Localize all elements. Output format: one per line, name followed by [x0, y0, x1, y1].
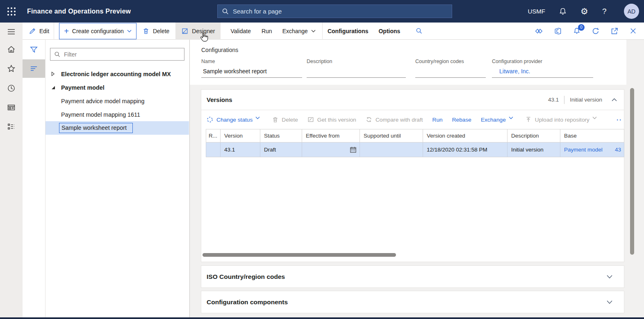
search-icon	[54, 51, 61, 58]
upload-into-repository-button[interactable]: Upload into repository	[525, 116, 599, 123]
change-status-button[interactable]: Change status	[207, 116, 262, 123]
compare-with-draft-button[interactable]: Compare with draft	[366, 116, 423, 123]
validate-button[interactable]: Validate	[230, 28, 251, 34]
version-row-selected[interactable]: 43.1 Draft 12/18/20	[206, 143, 624, 157]
tree-item-payment-model-mapping-1611[interactable]: Payment model mapping 1611	[46, 108, 189, 121]
iso-country-region-codes-section[interactable]: ISO Country/region codes	[201, 265, 624, 288]
create-configuration-button[interactable]: + Create configuration	[59, 23, 137, 39]
col-supported-until[interactable]: Supported until	[360, 129, 423, 143]
base-link[interactable]: Payment model	[564, 147, 603, 153]
description-cell[interactable]: Initial version	[507, 143, 560, 157]
col-record[interactable]: R...	[206, 129, 221, 143]
favorites-star-icon[interactable]	[7, 64, 16, 73]
configuration-components-section[interactable]: Configuration components	[201, 291, 624, 313]
vertical-scrollbar[interactable]	[630, 88, 634, 255]
recent-clock-icon[interactable]	[7, 84, 16, 93]
col-version-created[interactable]: Version created	[423, 129, 507, 143]
tree-filter-input[interactable]	[64, 51, 180, 58]
refresh-icon[interactable]	[592, 27, 600, 35]
tree-item-payment-model[interactable]: Payment model	[46, 81, 189, 94]
version-run-button[interactable]: Run	[432, 117, 443, 123]
version-exchange-button[interactable]: Exchange	[481, 116, 516, 123]
col-version[interactable]: Version	[221, 129, 260, 143]
main-content: Configurations Name Sample worksheet rep…	[190, 40, 644, 317]
tree-item-electronic-ledger[interactable]: Electronic ledger accounting model MX	[46, 67, 189, 81]
filter-funnel-icon[interactable]	[30, 45, 38, 54]
collapsed-arrow-icon[interactable]	[51, 72, 57, 76]
menu-icon[interactable]	[7, 27, 16, 36]
options-label: Options	[378, 28, 400, 34]
search-input[interactable]	[233, 8, 448, 15]
supported-until-cell[interactable]	[360, 143, 423, 157]
rebase-button[interactable]: Rebase	[452, 117, 471, 123]
chevron-down-icon[interactable]	[607, 300, 612, 304]
edit-button[interactable]: Edit	[29, 27, 49, 35]
row-selector-cell[interactable]	[206, 143, 221, 157]
get-this-version-button[interactable]: Get this version	[307, 116, 356, 123]
options-button[interactable]: Options	[378, 28, 400, 34]
company-selector[interactable]: USMF	[528, 8, 546, 15]
tree-list-icon[interactable]	[30, 64, 38, 73]
waffle-icon[interactable]	[6, 6, 17, 17]
trash-icon	[142, 27, 150, 35]
col-effective-from[interactable]: Effective from	[302, 129, 360, 143]
tree-filter-box[interactable]	[50, 48, 184, 61]
help-icon[interactable]: ?	[602, 7, 610, 16]
bell-icon[interactable]	[559, 7, 567, 16]
configurations-tree-pane: Electronic ledger accounting model MX Pa…	[46, 40, 190, 317]
col-status[interactable]: Status	[260, 129, 302, 143]
workspaces-icon[interactable]	[7, 103, 16, 112]
tree-item-payment-advice-model-mapping[interactable]: Payment advice model mapping	[46, 94, 189, 108]
version-delete-button[interactable]: Delete	[272, 116, 298, 123]
chevron-up-icon[interactable]	[612, 98, 617, 102]
power-apps-icon[interactable]	[535, 27, 543, 35]
office-icon[interactable]	[554, 27, 562, 35]
run-button[interactable]: Run	[262, 28, 272, 34]
version-created-cell[interactable]: 12/18/2020 02:31:58 PM	[423, 143, 507, 157]
versions-header[interactable]: Versions 43.1 Initial version	[201, 90, 624, 110]
gear-icon[interactable]: ⚙	[580, 7, 589, 16]
description-field: Description	[307, 59, 406, 78]
avatar[interactable]: AD	[624, 4, 639, 19]
delete-button[interactable]: Delete	[142, 27, 169, 35]
designer-button[interactable]: Designer	[175, 23, 221, 40]
notifications-icon[interactable]: 0	[573, 27, 581, 35]
horizontal-scrollbar[interactable]	[203, 253, 396, 257]
get-this-version-label: Get this version	[317, 117, 356, 123]
configuration-provider-label: Configuration provider	[492, 59, 593, 64]
exchange-button[interactable]: Exchange	[282, 28, 316, 34]
actionbar-search-icon[interactable]	[416, 27, 423, 34]
calendar-icon[interactable]	[350, 146, 357, 153]
status-cell[interactable]: Draft	[260, 143, 302, 157]
close-icon[interactable]	[629, 27, 637, 35]
base-cell[interactable]: Payment model 43	[560, 143, 624, 157]
designer-icon	[181, 27, 189, 35]
configuration-provider-link[interactable]: Litware, Inc.	[492, 68, 593, 78]
run-label: Run	[262, 28, 272, 34]
expanded-arrow-icon[interactable]	[51, 86, 57, 90]
page-title: Configurations	[201, 47, 238, 53]
chevron-down-icon[interactable]	[607, 275, 612, 279]
name-value[interactable]: Sample worksheet report	[201, 68, 302, 78]
base-version: 43	[615, 147, 621, 153]
divider	[322, 23, 323, 40]
create-configuration-label: Create configuration	[72, 28, 124, 34]
effective-from-cell[interactable]	[302, 143, 360, 157]
hand-cursor	[199, 32, 209, 42]
tree-item-sample-worksheet-report[interactable]: Sample worksheet report	[46, 121, 189, 135]
country-region-codes-field: Country/region codes	[415, 59, 486, 78]
configuration-provider-field: Configuration provider Litware, Inc.	[492, 59, 593, 78]
version-cell[interactable]: 43.1	[221, 143, 260, 157]
versions-table-header-row: R... Version Status Effective from Suppo…	[206, 129, 624, 143]
left-navigation-rail	[0, 23, 23, 317]
col-description[interactable]: Description	[507, 129, 560, 143]
country-region-codes-value[interactable]	[415, 68, 486, 78]
col-base[interactable]: Base	[560, 129, 624, 143]
more-commands-button[interactable]: ··	[617, 116, 622, 123]
description-value[interactable]	[307, 68, 406, 78]
page-search-box[interactable]	[217, 5, 452, 18]
open-in-new-window-icon[interactable]	[610, 27, 619, 35]
tab-configurations[interactable]: Configurations	[328, 28, 369, 34]
home-icon[interactable]	[7, 45, 16, 54]
modules-icon[interactable]	[7, 122, 16, 131]
